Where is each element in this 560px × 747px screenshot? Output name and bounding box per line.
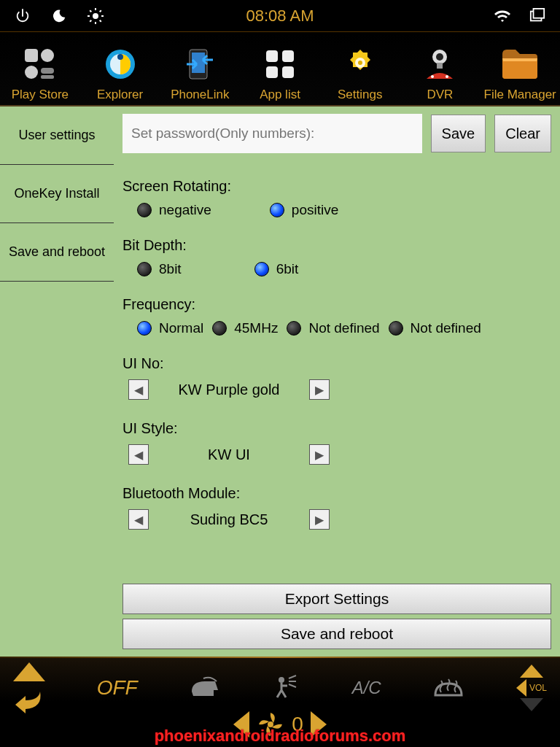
sidebar-user-settings[interactable]: User settings	[0, 107, 114, 165]
radio-positive[interactable]: positive	[270, 202, 338, 218]
radio-dot-icon	[137, 321, 152, 336]
wifi-icon[interactable]	[493, 7, 512, 26]
save-and-reboot-button[interactable]: Save and reboot	[122, 619, 551, 649]
windows-icon[interactable]	[528, 7, 547, 26]
radio-label: negative	[159, 202, 211, 218]
app-label: Play Store	[12, 88, 69, 102]
svg-point-31	[431, 75, 434, 78]
svg-point-19	[117, 54, 123, 60]
svg-line-7	[90, 20, 91, 21]
settings-icon	[340, 44, 381, 85]
file-manager-icon	[499, 44, 540, 85]
speaker-icon	[516, 679, 526, 697]
ui-no-spinner: ◀ KW Purple gold ▶	[128, 379, 551, 400]
brightness-icon[interactable]	[86, 7, 105, 26]
radio-notdef1[interactable]: Not defined	[287, 320, 379, 336]
app-play-store[interactable]: Play Store	[0, 36, 80, 105]
ui-no-value: KW Purple gold	[163, 382, 295, 398]
off-button[interactable]: OFF	[97, 676, 138, 700]
svg-rect-30	[437, 63, 443, 69]
svg-rect-11	[25, 49, 38, 62]
app-bar: Play Store Explorer PhoneLink App list S…	[0, 32, 560, 107]
svg-point-29	[436, 53, 443, 61]
app-label: Settings	[338, 88, 382, 102]
bluetooth-label: Bluetooth Module:	[122, 485, 551, 502]
radio-normal[interactable]: Normal	[137, 320, 203, 336]
power-icon[interactable]	[13, 7, 32, 26]
frequency-label: Frequency:	[122, 296, 551, 313]
app-app-list[interactable]: App list	[240, 36, 320, 105]
defrost-button[interactable]	[432, 676, 464, 700]
radio-notdef2[interactable]: Not defined	[389, 320, 481, 336]
recirculate-icon	[189, 676, 221, 700]
radio-label: Not defined	[411, 320, 481, 336]
app-label: PhoneLink	[171, 88, 229, 102]
dvr-icon	[419, 44, 460, 85]
radio-label: Not defined	[308, 320, 379, 336]
radio-dot-icon	[254, 262, 269, 276]
radio-negative[interactable]: negative	[137, 202, 211, 218]
home-icon	[13, 662, 45, 681]
ui-no-next[interactable]: ▶	[309, 379, 330, 400]
screen-rotating-label: Screen Rotating:	[122, 178, 551, 195]
home-button[interactable]	[13, 662, 45, 681]
svg-point-0	[93, 13, 98, 19]
sidebar-onekey-install[interactable]: OneKey Install	[0, 165, 114, 223]
recirculate-button[interactable]	[189, 676, 221, 700]
app-label: File Manager	[484, 88, 556, 102]
temp-up-button[interactable]	[520, 665, 543, 678]
svg-point-12	[41, 49, 54, 62]
vol-button[interactable]	[516, 679, 526, 697]
sidebar-save-reboot[interactable]: Save and reboot	[0, 223, 114, 282]
ac-button[interactable]: A/C	[352, 678, 381, 698]
ui-no-label: UI No:	[122, 355, 551, 372]
password-input[interactable]	[122, 114, 422, 153]
back-button[interactable]	[14, 689, 44, 713]
export-settings-button[interactable]: Export Settings	[122, 584, 551, 614]
clear-button[interactable]: Clear	[494, 115, 551, 152]
temp-down-button[interactable]	[520, 698, 543, 711]
svg-rect-10	[534, 8, 545, 18]
status-right-group	[493, 0, 547, 31]
ui-no-prev[interactable]: ◀	[128, 379, 149, 400]
svg-point-27	[358, 61, 362, 65]
radio-6bit[interactable]: 6bit	[254, 261, 299, 277]
night-icon[interactable]	[50, 7, 69, 26]
app-phonelink[interactable]: PhoneLink	[160, 36, 240, 105]
ui-style-label: UI Style:	[122, 420, 551, 437]
svg-line-8	[100, 10, 101, 12]
bottom-bar: OFF A/C VOL 0 phoenixandroidradioforums.…	[0, 657, 560, 747]
ui-style-value: KW UI	[163, 446, 295, 463]
svg-point-13	[25, 66, 38, 79]
svg-rect-15	[41, 75, 54, 79]
chevron-down-icon	[520, 698, 543, 711]
save-button[interactable]: Save	[431, 115, 486, 152]
bluetooth-next[interactable]: ▶	[309, 509, 330, 530]
footer-buttons: Export Settings Save and reboot	[122, 584, 551, 649]
app-file-manager[interactable]: File Manager	[480, 36, 560, 105]
app-dvr[interactable]: DVR	[400, 36, 481, 105]
status-left-group	[13, 7, 105, 26]
app-label: App list	[260, 88, 300, 102]
radio-label: 6bit	[276, 261, 299, 277]
svg-point-33	[279, 677, 284, 683]
radio-dot-icon	[389, 321, 403, 336]
bluetooth-prev[interactable]: ◀	[128, 509, 149, 530]
svg-point-32	[446, 75, 448, 78]
app-label: Explorer	[97, 88, 143, 102]
app-list-icon	[260, 44, 300, 85]
bluetooth-spinner: ◀ Suding BC5 ▶	[128, 509, 551, 530]
ui-style-prev[interactable]: ◀	[128, 444, 149, 465]
radio-45mhz[interactable]: 45MHz	[212, 320, 278, 336]
app-explorer[interactable]: Explorer	[80, 36, 160, 105]
ui-style-next[interactable]: ▶	[309, 444, 330, 465]
svg-rect-22	[266, 50, 278, 62]
radio-dot-icon	[212, 321, 227, 336]
bottom-row-1: OFF A/C VOL	[0, 658, 560, 713]
radio-8bit[interactable]: 8bit	[137, 261, 182, 277]
airflow-button[interactable]	[273, 674, 300, 702]
svg-rect-24	[266, 66, 278, 78]
explorer-icon	[100, 44, 141, 85]
app-settings[interactable]: Settings	[320, 36, 400, 105]
radio-label: positive	[292, 202, 338, 218]
